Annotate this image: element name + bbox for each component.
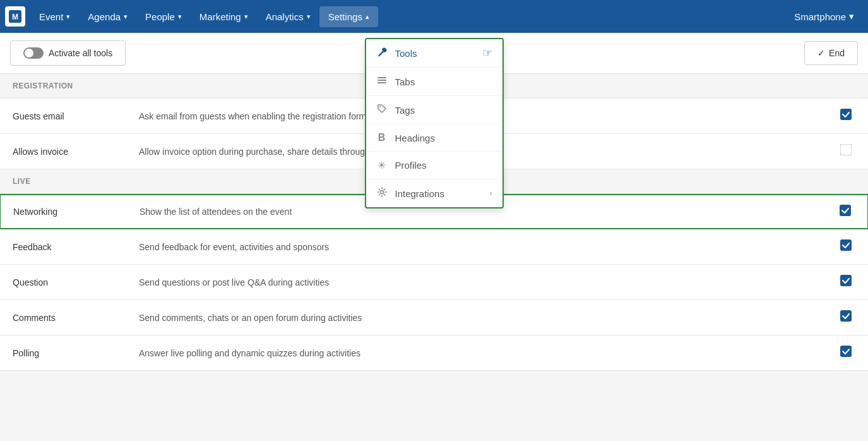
nav-item-people[interactable]: People ▾	[136, 6, 191, 27]
end-button[interactable]: ✓ End	[804, 41, 858, 65]
row-name: Allows invoice	[13, 147, 139, 157]
checkbox-checked[interactable]	[836, 275, 855, 289]
svg-rect-8	[840, 144, 852, 155]
chevron-down-icon: ▾	[849, 11, 854, 22]
tag-icon	[376, 104, 388, 116]
nav-item-event[interactable]: Event ▾	[30, 6, 79, 27]
row-name: Comments	[13, 313, 139, 323]
svg-rect-13	[840, 346, 852, 357]
svg-rect-2	[378, 77, 386, 78]
profiles-icon: ✳	[376, 159, 388, 171]
chevron-down-icon: ▾	[244, 13, 248, 21]
integrations-icon	[376, 187, 388, 200]
row-name: Networking	[13, 207, 140, 217]
svg-rect-11	[840, 275, 852, 286]
nav-item-agenda[interactable]: Agenda ▾	[79, 6, 136, 27]
svg-point-6	[380, 191, 383, 194]
tabs-icon	[376, 75, 388, 88]
row-description: Answer live polling and dynamic quizzes …	[139, 348, 836, 358]
top-navigation: M Event ▾ Agenda ▾ People ▾ Marketing ▾ …	[0, 0, 868, 33]
svg-rect-12	[840, 310, 852, 322]
svg-rect-10	[840, 239, 852, 251]
svg-rect-7	[840, 109, 852, 120]
chevron-down-icon: ▾	[178, 13, 182, 21]
checkmark-icon: ✓	[817, 48, 825, 58]
settings-dropdown-menu: Tools ☞ Tabs	[365, 38, 504, 208]
wrench-icon	[376, 47, 388, 59]
row-name: Guests email	[13, 111, 139, 121]
nav-item-smartphone[interactable]: Smartphone ▾	[785, 6, 863, 27]
row-name: Polling	[13, 348, 139, 358]
chevron-down-icon: ▾	[124, 13, 128, 21]
checkbox-checked[interactable]	[836, 239, 855, 254]
svg-rect-4	[378, 82, 386, 83]
svg-rect-3	[378, 80, 386, 81]
toolbar: Activate all tools Tools ☞	[0, 33, 868, 74]
row-name: Question	[13, 277, 139, 287]
nav-item-marketing[interactable]: Marketing ▾	[191, 6, 257, 27]
row-description: Send comments, chats or an open forum du…	[139, 313, 836, 323]
chevron-down-icon: ▾	[66, 13, 70, 21]
checkbox-unchecked[interactable]	[836, 144, 855, 159]
activate-all-tools-button[interactable]: Activate all tools	[10, 40, 126, 66]
checkbox-checked[interactable]	[836, 205, 855, 219]
cursor-hand-icon: ☞	[482, 46, 492, 60]
chevron-up-icon: ▴	[366, 13, 369, 21]
row-description: Send questions or post live Q&A during a…	[139, 277, 836, 287]
nav-item-settings[interactable]: Settings ▴	[319, 6, 378, 27]
app-logo: M	[5, 6, 25, 27]
svg-text:M: M	[12, 13, 18, 21]
svg-point-5	[379, 106, 381, 107]
dropdown-item-headings[interactable]: B Headings	[366, 124, 502, 152]
row-description: Send feedback for event, activities and …	[139, 242, 836, 252]
dropdown-item-tags[interactable]: Tags	[366, 96, 502, 124]
checkbox-checked[interactable]	[836, 109, 855, 123]
checkbox-checked[interactable]	[836, 310, 855, 325]
toggle-circle	[25, 49, 33, 57]
dropdown-item-tabs[interactable]: Tabs	[366, 68, 502, 96]
chevron-right-icon: ›	[490, 189, 492, 198]
dropdown-item-profiles[interactable]: ✳ Profiles	[366, 152, 502, 179]
table-row: Question Send questions or post live Q&A…	[0, 265, 868, 300]
row-name: Feedback	[13, 242, 139, 252]
toggle-icon	[23, 47, 44, 59]
dropdown-container: Tools ☞ Tabs	[365, 33, 504, 208]
dropdown-item-integrations[interactable]: Integrations ›	[366, 179, 502, 207]
table-row: Feedback Send feedback for event, activi…	[0, 229, 868, 265]
table-row: Comments Send comments, chats or an open…	[0, 300, 868, 335]
nav-item-analytics[interactable]: Analytics ▾	[257, 6, 319, 27]
checkbox-checked[interactable]	[836, 346, 855, 360]
dropdown-item-tools[interactable]: Tools ☞	[366, 39, 502, 68]
svg-rect-9	[840, 205, 851, 216]
chevron-down-icon: ▾	[307, 13, 311, 21]
bold-icon: B	[376, 132, 388, 143]
table-row: Polling Answer live polling and dynamic …	[0, 335, 868, 371]
